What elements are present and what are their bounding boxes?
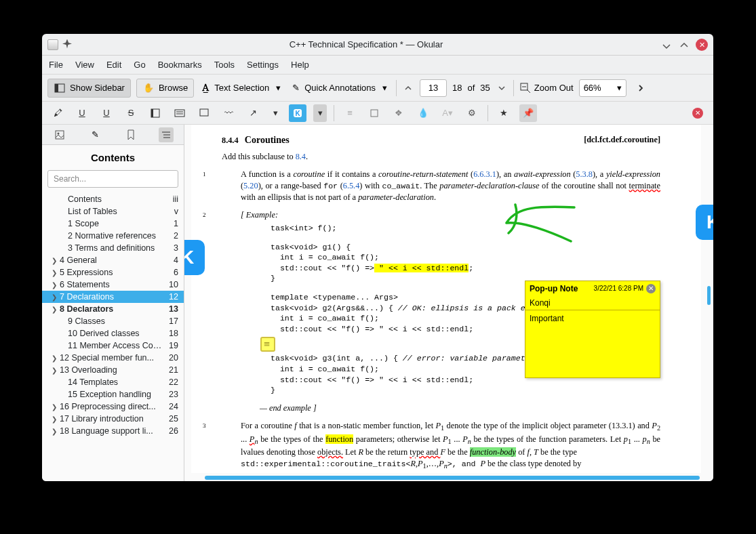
font-tool[interactable]: A▾: [439, 104, 456, 122]
popup-close[interactable]: ✕: [646, 284, 656, 293]
config-tool[interactable]: ⚙: [463, 104, 481, 122]
close-annot-bar[interactable]: ✕: [689, 104, 707, 122]
toc-item[interactable]: ❯5 Expressions6: [42, 266, 184, 279]
chevron-down-icon[interactable]: ▾: [378, 82, 391, 94]
svg-rect-14: [56, 131, 64, 139]
annotations-tab[interactable]: ✎: [87, 127, 102, 142]
thumbnails-tab[interactable]: [52, 127, 67, 142]
sidebar-search[interactable]: Search...: [47, 170, 178, 188]
vertical-scrollbar[interactable]: [707, 286, 711, 305]
menu-go[interactable]: Go: [134, 60, 145, 70]
toc-item[interactable]: ❯2 Normative references2: [42, 230, 184, 242]
toc-item[interactable]: ❯3 Terms and definitions3: [42, 242, 184, 254]
content-area: ✎ Contents Search... ❯Contentsiii❯List o…: [42, 125, 713, 481]
popup-note[interactable]: Pop-up Note 3/22/21 6:28 PM ✕ Konqi Impo…: [525, 281, 660, 378]
page-number-input[interactable]: [420, 79, 447, 97]
sidebar-icon: [54, 82, 66, 94]
freehand-tool[interactable]: 〰: [220, 104, 237, 122]
menu-help[interactable]: Help: [291, 60, 309, 70]
chevron-down-icon[interactable]: ▾: [313, 104, 327, 122]
chevron-down-icon[interactable]: ▾: [272, 82, 284, 94]
toc-item[interactable]: ❯16 Preprocessing direct...24: [42, 400, 184, 413]
toc-item[interactable]: ❯17 Library introduction25: [42, 413, 184, 425]
stamp-tool[interactable]: K: [289, 104, 306, 122]
chevron-down-icon[interactable]: ▾: [268, 104, 282, 122]
zoom-out-button[interactable]: Zoom Out: [534, 83, 574, 93]
popup-body[interactable]: Important: [525, 310, 660, 377]
show-sidebar-button[interactable]: Show Sidebar: [47, 79, 131, 98]
svg-line-4: [527, 89, 530, 93]
titlebar: C++ Technical Specification * — Okular ✕: [42, 34, 713, 56]
add-subclause: Add this subclause to 8.4.: [222, 151, 660, 163]
strike-tool[interactable]: S: [122, 104, 140, 122]
text-selection-button[interactable]: Text Selection: [214, 83, 269, 93]
page-canvas: 8.4.4 Coroutines [dcl.fct.def.coroutine]…: [191, 125, 701, 473]
toc-item[interactable]: ❯List of Tablesv: [42, 205, 184, 218]
toc-list[interactable]: ❯Contentsiii❯List of Tablesv❯1 Scope1❯2 …: [42, 193, 184, 481]
menu-bookmarks[interactable]: Bookmarks: [158, 60, 202, 70]
underline2-tool[interactable]: U: [98, 104, 115, 122]
toc-page: 24: [169, 402, 178, 411]
maximize-button[interactable]: [678, 39, 690, 51]
bookmark-tool[interactable]: ★: [495, 104, 513, 122]
menu-view[interactable]: View: [75, 60, 94, 70]
popup-note-tool[interactable]: [195, 104, 213, 122]
toc-item[interactable]: ❯9 Classes17: [42, 315, 184, 327]
toc-item[interactable]: ❯1 Scope1: [42, 218, 184, 230]
toc-item[interactable]: ❯18 Language support li...26: [42, 425, 184, 437]
chevron-right-icon: ❯: [52, 257, 58, 264]
page-info-b: 35: [480, 83, 490, 93]
toc-page: v: [174, 207, 178, 216]
highlight-tool[interactable]: 🖍: [49, 104, 66, 122]
chevron-right-icon: ❯: [52, 415, 58, 423]
minimize-button[interactable]: [660, 39, 673, 51]
page-down-icon[interactable]: [496, 82, 508, 94]
menu-settings[interactable]: Settings: [247, 60, 279, 70]
toc-page: 22: [169, 377, 178, 387]
toc-item[interactable]: ❯12 Special member fun...20: [42, 352, 184, 364]
chevron-down-icon: ▾: [617, 83, 622, 93]
bookmarks-tab[interactable]: [123, 127, 138, 142]
inline-note-tool[interactable]: [171, 104, 188, 122]
menu-edit[interactable]: Edit: [106, 60, 121, 70]
close-button[interactable]: ✕: [696, 39, 708, 51]
sticky-note-icon[interactable]: [260, 337, 275, 352]
toc-item[interactable]: ❯7 Declarations12: [42, 291, 184, 303]
toc-item[interactable]: ❯10 Derived classes18: [42, 327, 184, 340]
line-tool[interactable]: ↗: [244, 104, 262, 122]
toc-page: 19: [169, 341, 178, 350]
browse-button[interactable]: ✋ Browse: [136, 79, 194, 98]
align-tool[interactable]: ≡: [341, 104, 359, 122]
zoom-select[interactable]: 66% ▾: [579, 79, 626, 97]
menu-file[interactable]: File: [49, 60, 63, 70]
toc-page: 3: [174, 243, 178, 253]
main-toolbar: Show Sidebar ✋ Browse A̲ Text Selection …: [42, 75, 713, 102]
kde-stamp[interactable]: K: [696, 205, 713, 240]
toc-item[interactable]: ❯8 Declarators13: [42, 303, 184, 315]
chevron-right-icon: ❯: [52, 293, 58, 301]
svg-rect-1: [55, 84, 58, 92]
contents-tab[interactable]: [159, 127, 174, 142]
underline-tool[interactable]: U: [73, 104, 91, 122]
rect-tool[interactable]: [365, 104, 383, 122]
chevron-right-icon[interactable]: [635, 82, 647, 94]
toc-item[interactable]: ❯Contentsiii: [42, 193, 184, 205]
horizontal-scrollbar[interactable]: [205, 476, 700, 480]
opacity-tool[interactable]: 💧: [414, 104, 432, 122]
pin-tool[interactable]: 📌: [519, 104, 537, 122]
color-tool[interactable]: ❖: [390, 104, 407, 122]
page-up-icon[interactable]: [402, 82, 414, 94]
kde-stamp[interactable]: K: [184, 240, 205, 275]
note-tool[interactable]: [146, 104, 164, 122]
toc-item[interactable]: ❯14 Templates22: [42, 376, 184, 388]
toc-item[interactable]: ❯6 Statements10: [42, 279, 184, 291]
document-view[interactable]: 8.4.4 Coroutines [dcl.fct.def.coroutine]…: [184, 125, 713, 481]
toc-item[interactable]: ❯4 General4: [42, 254, 184, 266]
menu-tools[interactable]: Tools: [214, 60, 235, 70]
toc-item[interactable]: ❯15 Exception handling23: [42, 388, 184, 400]
toc-item[interactable]: ❯13 Overloading21: [42, 364, 184, 376]
toc-label: 17 Library introduction: [60, 414, 165, 424]
pin-icon[interactable]: [62, 39, 72, 49]
toc-item[interactable]: ❯11 Member Access Con...19: [42, 340, 184, 352]
quick-annotations-button[interactable]: Quick Annotations: [304, 83, 376, 93]
